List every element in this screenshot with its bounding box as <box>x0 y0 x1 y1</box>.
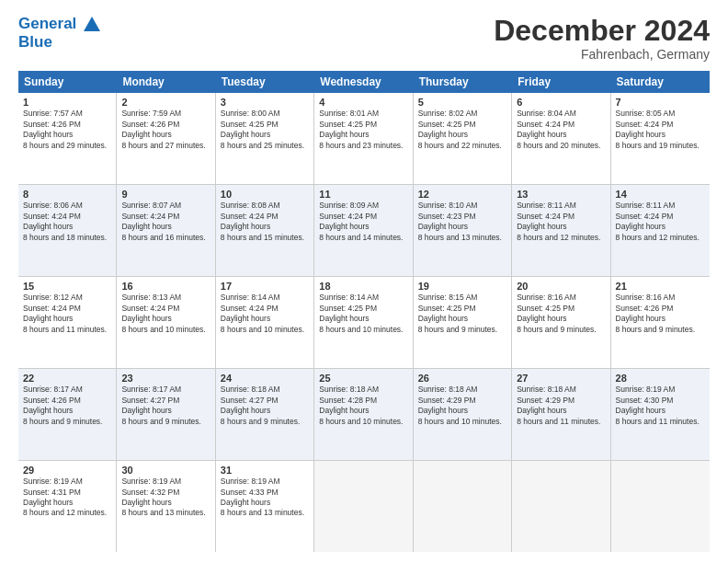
logo: General Blue <box>18 15 102 52</box>
day-number: 16 <box>121 281 210 292</box>
day-number: 24 <box>221 373 309 384</box>
sunrise-info: Sunrise: 8:06 AM <box>23 201 111 211</box>
table-row: 12 Sunrise: 8:10 AM Sunset: 4:23 PM Dayl… <box>414 185 512 276</box>
day-number: 5 <box>418 97 506 108</box>
sunset-info: Sunset: 4:26 PM <box>23 396 111 406</box>
day-number: 11 <box>319 189 407 200</box>
day-number: 2 <box>121 97 210 108</box>
table-row: 11 Sunrise: 8:09 AM Sunset: 4:24 PM Dayl… <box>314 185 413 276</box>
logo-icon <box>82 15 102 35</box>
sunset-info: Sunset: 4:25 PM <box>418 304 506 314</box>
daylight-duration: 8 hours and 9 minutes. <box>418 325 506 335</box>
daylight-info: Daylight hours <box>418 406 506 416</box>
header-thursday: Thursday <box>414 71 512 93</box>
page: General Blue December 2024 Fahrenbach, G… <box>0 0 728 563</box>
daylight-info: Daylight hours <box>23 130 111 140</box>
calendar-header: Sunday Monday Tuesday Wednesday Thursday… <box>18 71 710 93</box>
week-row-5: 29 Sunrise: 8:19 AM Sunset: 4:31 PM Dayl… <box>18 461 710 552</box>
sunset-info: Sunset: 4:28 PM <box>319 396 407 406</box>
day-number: 4 <box>319 97 407 108</box>
daylight-info: Daylight hours <box>517 314 605 324</box>
logo-text: General <box>18 15 102 35</box>
table-row: 4 Sunrise: 8:01 AM Sunset: 4:25 PM Dayli… <box>314 93 413 184</box>
day-number: 31 <box>221 465 309 476</box>
day-number: 19 <box>418 281 506 292</box>
daylight-info: Daylight hours <box>319 130 407 140</box>
sunset-info: Sunset: 4:25 PM <box>319 120 407 130</box>
sunset-info: Sunset: 4:26 PM <box>121 120 210 130</box>
sunrise-info: Sunrise: 8:08 AM <box>221 201 309 211</box>
sunrise-info: Sunrise: 8:04 AM <box>517 109 605 119</box>
table-row: 28 Sunrise: 8:19 AM Sunset: 4:30 PM Dayl… <box>611 369 710 460</box>
daylight-duration: 8 hours and 9 minutes. <box>221 417 309 427</box>
day-number: 23 <box>121 373 210 384</box>
day-number: 8 <box>23 189 111 200</box>
day-number: 17 <box>221 281 309 292</box>
daylight-duration: 8 hours and 13 minutes. <box>121 508 210 518</box>
daylight-info: Daylight hours <box>418 222 506 232</box>
header-tuesday: Tuesday <box>216 71 314 93</box>
daylight-duration: 8 hours and 9 minutes. <box>616 325 705 335</box>
table-row: 5 Sunrise: 8:02 AM Sunset: 4:25 PM Dayli… <box>414 93 512 184</box>
daylight-info: Daylight hours <box>23 498 111 508</box>
day-number: 30 <box>121 465 210 476</box>
table-row: 27 Sunrise: 8:18 AM Sunset: 4:29 PM Dayl… <box>512 369 610 460</box>
sunrise-info: Sunrise: 8:12 AM <box>23 293 111 303</box>
day-number: 9 <box>121 189 210 200</box>
table-row: 21 Sunrise: 8:16 AM Sunset: 4:26 PM Dayl… <box>611 277 710 368</box>
daylight-duration: 8 hours and 10 minutes. <box>418 417 506 427</box>
daylight-duration: 8 hours and 20 minutes. <box>517 141 605 151</box>
sunset-info: Sunset: 4:30 PM <box>616 396 705 406</box>
day-number: 12 <box>418 189 506 200</box>
day-number: 26 <box>418 373 506 384</box>
daylight-info: Daylight hours <box>418 314 506 324</box>
svg-marker-0 <box>84 17 100 31</box>
header-saturday: Saturday <box>611 71 710 93</box>
sunset-info: Sunset: 4:24 PM <box>23 304 111 314</box>
daylight-info: Daylight hours <box>23 406 111 416</box>
daylight-info: Daylight hours <box>319 406 407 416</box>
sunrise-info: Sunrise: 7:57 AM <box>23 109 111 119</box>
daylight-info: Daylight hours <box>121 222 210 232</box>
header-wednesday: Wednesday <box>314 71 413 93</box>
sunrise-info: Sunrise: 8:19 AM <box>23 477 111 487</box>
table-row: 9 Sunrise: 8:07 AM Sunset: 4:24 PM Dayli… <box>117 185 215 276</box>
daylight-info: Daylight hours <box>121 130 210 140</box>
day-number: 10 <box>221 189 309 200</box>
sunrise-info: Sunrise: 8:19 AM <box>221 477 309 487</box>
month-title: December 2024 <box>494 15 710 47</box>
sunset-info: Sunset: 4:32 PM <box>121 488 210 498</box>
sunrise-info: Sunrise: 8:02 AM <box>418 109 506 119</box>
daylight-info: Daylight hours <box>221 406 309 416</box>
sunset-info: Sunset: 4:24 PM <box>517 120 605 130</box>
table-row: 20 Sunrise: 8:16 AM Sunset: 4:25 PM Dayl… <box>512 277 610 368</box>
table-row <box>314 461 413 552</box>
sunset-info: Sunset: 4:27 PM <box>221 396 309 406</box>
daylight-info: Daylight hours <box>221 222 309 232</box>
header-monday: Monday <box>117 71 215 93</box>
title-block: December 2024 Fahrenbach, Germany <box>494 15 710 62</box>
day-number: 20 <box>517 281 605 292</box>
table-row: 16 Sunrise: 8:13 AM Sunset: 4:24 PM Dayl… <box>117 277 215 368</box>
daylight-duration: 8 hours and 16 minutes. <box>121 233 210 243</box>
table-row: 14 Sunrise: 8:11 AM Sunset: 4:24 PM Dayl… <box>611 185 710 276</box>
sunrise-info: Sunrise: 8:14 AM <box>221 293 309 303</box>
sunrise-info: Sunrise: 8:18 AM <box>319 385 407 395</box>
daylight-duration: 8 hours and 14 minutes. <box>319 233 407 243</box>
sunset-info: Sunset: 4:24 PM <box>121 304 210 314</box>
daylight-duration: 8 hours and 9 minutes. <box>121 417 210 427</box>
sunset-info: Sunset: 4:26 PM <box>616 304 705 314</box>
location: Fahrenbach, Germany <box>494 47 710 62</box>
sunrise-info: Sunrise: 8:17 AM <box>121 385 210 395</box>
table-row: 29 Sunrise: 8:19 AM Sunset: 4:31 PM Dayl… <box>18 461 117 552</box>
daylight-duration: 8 hours and 9 minutes. <box>23 417 111 427</box>
daylight-duration: 8 hours and 11 minutes. <box>616 417 705 427</box>
calendar: Sunday Monday Tuesday Wednesday Thursday… <box>18 71 710 552</box>
sunset-info: Sunset: 4:24 PM <box>616 120 705 130</box>
daylight-duration: 8 hours and 12 minutes. <box>616 233 705 243</box>
table-row: 10 Sunrise: 8:08 AM Sunset: 4:24 PM Dayl… <box>216 185 314 276</box>
sunrise-info: Sunrise: 8:00 AM <box>221 109 309 119</box>
sunrise-info: Sunrise: 8:16 AM <box>517 293 605 303</box>
sunset-info: Sunset: 4:26 PM <box>23 120 111 130</box>
daylight-info: Daylight hours <box>616 314 705 324</box>
